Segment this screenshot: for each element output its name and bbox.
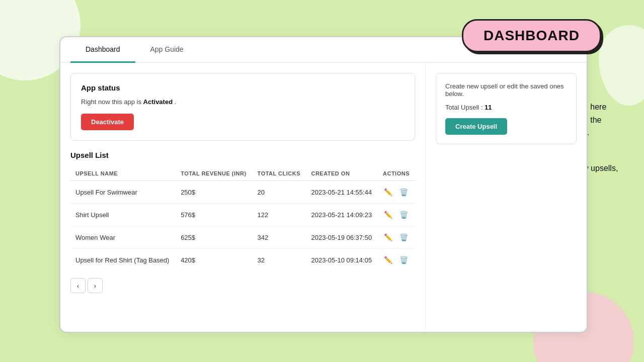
col-header-clicks: TOTAL CLICKS xyxy=(253,166,306,181)
cell-created-2: 2023-05-19 06:37:50 xyxy=(306,226,378,249)
delete-button-0[interactable]: 🗑️ xyxy=(398,187,409,197)
content-area: App status Right now this app is Activat… xyxy=(60,63,587,330)
total-upsell-count: Total Upsell : 11 xyxy=(445,104,567,111)
app-status-title: App status xyxy=(81,83,405,92)
cell-clicks-1: 122 xyxy=(253,204,306,226)
cell-created-1: 2023-05-21 14:09:23 xyxy=(306,204,378,226)
col-header-revenue: TOTAL REVENUE (INR) xyxy=(176,166,252,181)
table-header-row: UPSELL NAME TOTAL REVENUE (INR) TOTAL CL… xyxy=(70,166,415,181)
cell-created-3: 2023-05-10 09:14:05 xyxy=(306,249,378,272)
table-row: Women Wear 625$ 342 2023-05-19 06:37:50 … xyxy=(70,226,415,249)
right-panel: Create new upsell or edit the saved ones… xyxy=(426,63,587,330)
upsell-list-section: Upsell List UPSELL NAME TOTAL REVENUE (I… xyxy=(70,151,415,293)
cell-name-3: Upsell for Red Shirt (Tag Based) xyxy=(70,249,176,272)
edit-button-1[interactable]: ✏️ xyxy=(383,210,393,220)
deactivate-button[interactable]: Deactivate xyxy=(81,114,134,130)
status-value: Activated xyxy=(143,98,173,106)
edit-button-3[interactable]: ✏️ xyxy=(383,255,393,265)
cell-revenue-0: 250$ xyxy=(176,181,252,204)
create-upsell-button[interactable]: Create Upsell xyxy=(445,118,507,135)
cell-name-2: Women Wear xyxy=(70,226,176,249)
cell-revenue-1: 576$ xyxy=(176,204,252,226)
cell-actions-1: ✏️ 🗑️ xyxy=(378,204,415,226)
bg-decoration-blob-r xyxy=(599,25,644,106)
dashboard-badge: DASHBOARD xyxy=(462,19,601,52)
pagination: ‹ › xyxy=(70,278,415,293)
upsell-table: UPSELL NAME TOTAL REVENUE (INR) TOTAL CL… xyxy=(70,166,415,271)
edit-button-2[interactable]: ✏️ xyxy=(383,232,393,242)
cell-clicks-2: 342 xyxy=(253,226,306,249)
cell-created-0: 2023-05-21 14:55:44 xyxy=(306,181,378,204)
create-upsell-card: Create new upsell or edit the saved ones… xyxy=(436,73,577,144)
edit-button-0[interactable]: ✏️ xyxy=(383,187,393,197)
dashboard-title: DASHBOARD xyxy=(484,28,580,43)
status-prefix: Right now this app is xyxy=(81,98,141,106)
col-header-name: UPSELL NAME xyxy=(70,166,176,181)
cell-revenue-3: 420$ xyxy=(176,249,252,272)
tab-dashboard[interactable]: Dashboard xyxy=(70,37,135,63)
cell-actions-3: ✏️ 🗑️ xyxy=(378,249,415,272)
cell-name-0: Upsell For Swimwear xyxy=(70,181,176,204)
table-row: Upsell for Red Shirt (Tag Based) 420$ 32… xyxy=(70,249,415,272)
cell-actions-0: ✏️ 🗑️ xyxy=(378,181,415,204)
cell-actions-2: ✏️ 🗑️ xyxy=(378,226,415,249)
tab-app-guide[interactable]: App Guide xyxy=(135,37,199,63)
left-panel: App status Right now this app is Activat… xyxy=(60,63,426,330)
col-header-created: CREATED ON xyxy=(306,166,378,181)
status-suffix: . xyxy=(175,98,177,106)
col-header-actions: ACTIONS xyxy=(378,166,415,181)
cell-name-1: Shirt Upsell xyxy=(70,204,176,226)
cell-clicks-3: 32 xyxy=(253,249,306,272)
main-card: Dashboard App Guide App status Right now… xyxy=(59,36,588,333)
cell-clicks-0: 20 xyxy=(253,181,306,204)
prev-page-button[interactable]: ‹ xyxy=(70,278,86,293)
table-row: Upsell For Swimwear 250$ 20 2023-05-21 1… xyxy=(70,181,415,204)
table-row: Shirt Upsell 576$ 122 2023-05-21 14:09:2… xyxy=(70,204,415,226)
upsell-list-title: Upsell List xyxy=(70,151,415,159)
next-page-button[interactable]: › xyxy=(88,278,103,293)
delete-button-1[interactable]: 🗑️ xyxy=(398,210,409,220)
create-upsell-title: Create new upsell or edit the saved ones… xyxy=(445,82,567,98)
app-status-text: Right now this app is Activated . xyxy=(81,98,405,106)
delete-button-3[interactable]: 🗑️ xyxy=(398,255,409,265)
delete-button-2[interactable]: 🗑️ xyxy=(398,232,409,242)
app-status-card: App status Right now this app is Activat… xyxy=(70,73,415,141)
cell-revenue-2: 625$ xyxy=(176,226,252,249)
